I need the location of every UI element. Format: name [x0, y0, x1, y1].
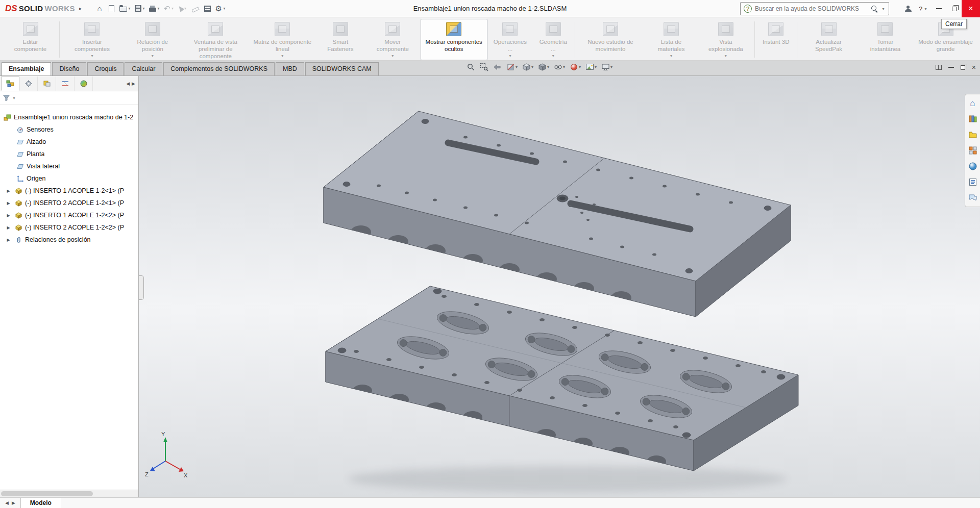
tab-diseno[interactable]: Diseño	[52, 62, 86, 75]
tree-item-planta[interactable]: Planta	[0, 148, 138, 160]
tree-item-assembly-root[interactable]: Ensamblaje1 union roscada macho de 1-2	[0, 111, 138, 123]
expand-arrow-icon[interactable]: ▶	[5, 213, 12, 218]
previous-view-button[interactable]	[492, 62, 503, 72]
ribbon-vista-explosionada[interactable]: Vista explosionada ▾	[698, 19, 753, 60]
open-button[interactable]: ▾	[118, 2, 133, 15]
tree-item-inserto-1-acople-1[interactable]: ▶ (-) INSERTO 1 ACOPLE 1-2<1> (P	[0, 185, 138, 197]
expand-arrow-icon[interactable]: ▶	[5, 189, 12, 193]
reference-geometry-caret-icon[interactable]: ▾	[552, 54, 554, 58]
top-plate-model[interactable]	[324, 111, 791, 317]
measure-button[interactable]	[189, 2, 202, 15]
search-icon[interactable]	[871, 5, 878, 12]
tree-item-inserto-2-acople-1[interactable]: ▶ (-) INSERTO 2 ACOPLE 1-2<1> (P	[0, 197, 138, 209]
tree-item-relaciones-de-posicion[interactable]: ▶ Relaciones de posición	[0, 234, 138, 246]
section-view-caret-icon[interactable]: ▾	[516, 65, 518, 69]
save-caret-icon[interactable]: ▾	[141, 6, 146, 11]
tree-item-sensores[interactable]: Sensores	[0, 123, 138, 136]
insert-components-caret-icon[interactable]: ▾	[91, 54, 93, 58]
tab-ensamblaje[interactable]: Ensamblaje	[2, 62, 51, 75]
home-button[interactable]: ⌂	[93, 2, 106, 15]
tab-complementos-solidworks[interactable]: Complementos de SOLIDWORKS	[163, 62, 275, 75]
appearances-scenes-button[interactable]	[967, 161, 978, 172]
ribbon-lista-de-materiales[interactable]: Lista de materiales ▾	[644, 19, 698, 60]
search-input[interactable]	[755, 5, 868, 12]
save-button[interactable]: ▾	[133, 2, 148, 15]
section-view-button[interactable]: ▾	[505, 62, 519, 72]
print-button[interactable]: ▾	[148, 2, 162, 15]
tab-mbd[interactable]: MBD	[276, 62, 304, 75]
ribbon-smart-fasteners[interactable]: Smart Fasteners	[316, 19, 365, 60]
display-style-caret-icon[interactable]: ▾	[547, 65, 549, 69]
open-caret-icon[interactable]: ▾	[127, 6, 132, 11]
expand-arrow-icon[interactable]: ▶	[5, 225, 12, 230]
grid-button[interactable]	[202, 2, 214, 15]
forum-button[interactable]	[967, 192, 978, 204]
undo-button[interactable]: ↶▾	[162, 2, 177, 15]
tree-item-inserto-2-acople-2[interactable]: ▶ (-) INSERTO 2 ACOPLE 1-2<2> (P	[0, 221, 138, 234]
doc-close-button[interactable]: ×	[972, 63, 976, 71]
tree-item-origen[interactable]: Origen	[0, 172, 138, 185]
view-settings-button[interactable]: ▾	[600, 62, 614, 72]
ribbon-operaciones[interactable]: Operaciones ... ▾	[487, 19, 533, 60]
fm-scroll-right-button[interactable]: ▶	[132, 81, 135, 86]
search-box[interactable]: ? ▾	[740, 2, 889, 15]
filter-caret-icon[interactable]: ▾	[12, 96, 16, 100]
orientation-triad[interactable]: Y X Z	[145, 431, 188, 478]
user-account-button[interactable]	[900, 0, 916, 17]
ribbon-insertar-componentes[interactable]: Insertar componentes ▾	[61, 19, 123, 60]
bottom-plate-model[interactable]	[326, 286, 798, 471]
select-button[interactable]: ▾	[177, 2, 189, 15]
model-sheet-tab[interactable]: Modelo	[20, 498, 61, 508]
fm-scroll-left-button[interactable]: ◀	[126, 81, 130, 86]
panel-horizontal-scrollbar[interactable]	[0, 490, 138, 497]
exploded-view-caret-icon[interactable]: ▾	[725, 54, 727, 58]
model-canvas[interactable]: Y X Z	[139, 76, 980, 497]
tab-calcular[interactable]: Calcular	[125, 62, 162, 75]
minimize-button[interactable]	[931, 0, 946, 17]
ribbon-mover-componente[interactable]: Mover componente ▾	[365, 19, 421, 60]
sheet-nav-left-button[interactable]: ◀	[5, 500, 9, 505]
mate-caret-icon[interactable]: ▾	[152, 54, 154, 58]
edit-appearance-caret-icon[interactable]: ▾	[579, 65, 581, 69]
tab-solidworks-cam[interactable]: SOLIDWORKS CAM	[305, 62, 379, 75]
edit-appearance-button[interactable]: ▾	[569, 62, 582, 72]
featuremanager-tree-tab[interactable]	[1, 77, 19, 91]
ribbon-nuevo-estudio-movimiento[interactable]: Nuevo estudio de movimiento	[577, 19, 644, 60]
scrollbar-thumb[interactable]	[1, 491, 93, 496]
tree-item-vista-lateral[interactable]: Vista lateral	[0, 160, 138, 172]
new-document-button[interactable]	[106, 2, 118, 15]
options-button[interactable]: ⚙▾	[214, 2, 228, 15]
search-caret-icon[interactable]: ▾	[881, 7, 886, 11]
tree-item-inserto-1-acople-2[interactable]: ▶ (-) INSERTO 1 ACOPLE 1-2<2> (P	[0, 209, 138, 221]
panel-splitter-handle[interactable]	[139, 275, 144, 300]
zoom-to-area-button[interactable]	[479, 62, 489, 72]
view-settings-caret-icon[interactable]: ▾	[610, 65, 612, 69]
apply-scene-button[interactable]: ▾	[584, 62, 598, 72]
hide-show-caret-icon[interactable]: ▾	[563, 65, 565, 69]
sheet-nav-right-button[interactable]: ▶	[12, 500, 15, 505]
ribbon-actualizar-speedpak[interactable]: Actualizar SpeedPak	[799, 19, 859, 60]
hide-show-items-button[interactable]: ▾	[553, 62, 566, 72]
tab-croquis[interactable]: Croquis	[87, 62, 124, 75]
ribbon-editar-componente[interactable]: Editar componente	[3, 19, 58, 60]
print-caret-icon[interactable]: ▾	[156, 6, 161, 11]
graphics-viewport[interactable]: Y X Z	[139, 76, 980, 497]
display-style-button[interactable]: ▾	[537, 62, 550, 72]
options-caret-icon[interactable]: ▾	[222, 6, 227, 11]
view-palette-button[interactable]	[967, 145, 978, 156]
pattern-caret-icon[interactable]: ▾	[281, 54, 283, 58]
propertymanager-tab[interactable]	[19, 77, 38, 91]
filter-funnel-icon[interactable]	[3, 94, 10, 101]
design-library-button[interactable]	[967, 113, 978, 124]
move-component-caret-icon[interactable]: ▾	[391, 54, 394, 58]
split-pane-icon[interactable]	[936, 65, 942, 70]
ribbon-tomar-instantanea[interactable]: Tomar instantánea	[859, 19, 912, 60]
ribbon-instant-3d[interactable]: Instant 3D	[756, 19, 795, 60]
ribbon-mostrar-componentes-ocultos[interactable]: Mostrar componentes ocultos	[421, 19, 487, 60]
menu-flyout-arrow[interactable]: ▸	[79, 6, 86, 11]
apply-scene-caret-icon[interactable]: ▾	[595, 65, 597, 69]
expand-arrow-icon[interactable]: ▶	[5, 201, 12, 206]
view-orientation-caret-icon[interactable]: ▾	[531, 65, 533, 69]
close-button[interactable]: ×	[962, 0, 980, 17]
restore-button[interactable]	[946, 0, 962, 17]
